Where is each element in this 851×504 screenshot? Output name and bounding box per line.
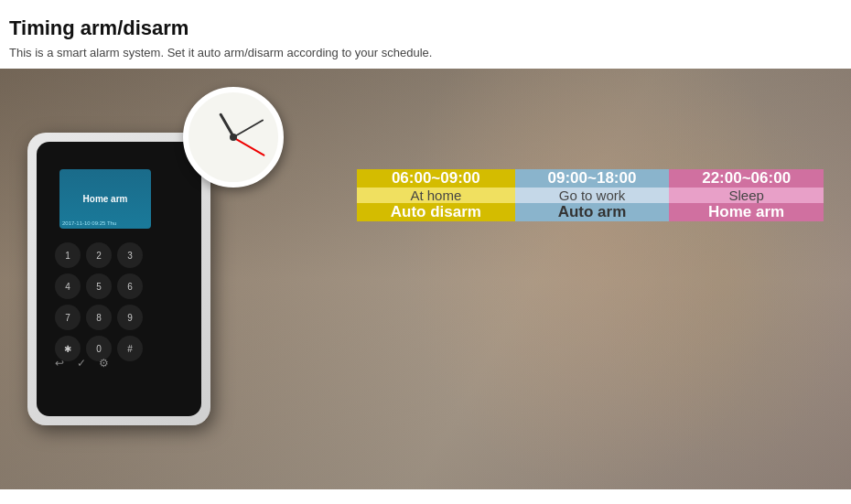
time-row: 06:00~09:00 09:00~18:00 22:00~06:00	[357, 169, 824, 188]
key-1: 1	[55, 242, 81, 268]
time-cell-1: 06:00~09:00	[357, 169, 515, 188]
page-title: Timing arm/disarm	[9, 16, 842, 40]
clock	[183, 87, 284, 188]
icon-ok: ✓	[77, 357, 86, 370]
action-cell-1: Auto disarm	[357, 203, 515, 221]
icons-row: ↩ ✓ ⚙	[55, 357, 109, 370]
keypad: 1 2 3 4 5 6 7 8 9 ✱ 0 #	[55, 242, 143, 361]
schedule-table: 06:00~09:00 09:00~18:00 22:00~06:00 At h…	[357, 169, 824, 221]
key-hash: #	[117, 336, 143, 361]
second-hand	[233, 136, 265, 155]
label-cell-3: Sleep	[669, 188, 824, 203]
device-screen: Home arm 2017-11-10 09:25 Thu	[59, 169, 151, 229]
header-section: Timing arm/disarm This is a smart alarm …	[0, 0, 851, 69]
action-cell-3: Home arm	[669, 203, 824, 221]
icon-back: ↩	[55, 357, 64, 370]
label-cell-1: At home	[357, 188, 515, 203]
key-9: 9	[117, 305, 143, 330]
key-8: 8	[86, 305, 112, 330]
icon-lock: ⚙	[99, 357, 109, 370]
screen-meta: 2017-11-10 09:25 Thu	[62, 220, 116, 226]
key-2: 2	[86, 242, 112, 268]
key-5: 5	[86, 273, 112, 299]
clock-center	[230, 134, 237, 141]
key-6: 6	[117, 273, 143, 299]
key-3: 3	[117, 242, 143, 268]
time-cell-3: 22:00~06:00	[669, 169, 824, 188]
label-row: At home Go to work Sleep	[357, 188, 824, 203]
device-inner: Home arm 2017-11-10 09:25 Thu 1 2 3 4 5 …	[37, 142, 201, 416]
page-description: This is a smart alarm system. Set it aut…	[9, 46, 842, 59]
clock-face	[183, 87, 284, 188]
action-row: Auto disarm Auto arm Home arm	[357, 203, 824, 221]
time-cell-2: 09:00~18:00	[515, 169, 670, 188]
screen-text: Home arm	[83, 194, 128, 204]
action-cell-2: Auto arm	[515, 203, 670, 221]
label-cell-2: Go to work	[515, 188, 670, 203]
key-7: 7	[55, 305, 81, 330]
banner-image: Home arm 2017-11-10 09:25 Thu 1 2 3 4 5 …	[0, 69, 851, 489]
minute-hand	[233, 119, 264, 138]
schedule-wrap: 06:00~09:00 09:00~18:00 22:00~06:00 At h…	[357, 169, 824, 221]
key-4: 4	[55, 273, 81, 299]
